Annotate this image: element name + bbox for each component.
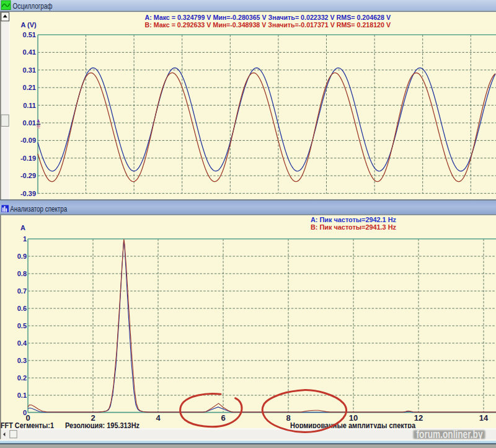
svg-text:forum.onliner.by: forum.onliner.by <box>417 428 483 441</box>
svg-text:Осциллограф: Осциллограф <box>13 1 53 11</box>
svg-text:14: 14 <box>479 413 489 423</box>
svg-text:0.41: 0.41 <box>23 48 36 56</box>
svg-text:B: Макс = 0.292633 V Мин=-0.: B: Макс = 0.292633 V Мин=-0.348938 V Зна… <box>145 21 391 29</box>
svg-text:0.6: 0.6 <box>17 305 27 312</box>
svg-text:A (V): A (V) <box>21 21 37 29</box>
svg-text:0.51: 0.51 <box>23 31 36 38</box>
svg-text:-0.09: -0.09 <box>20 137 36 144</box>
svg-text:0.5: 0.5 <box>17 322 27 329</box>
svg-text:0.8: 0.8 <box>17 270 27 277</box>
svg-text:0.01: 0.01 <box>23 119 36 127</box>
svg-text:A: Пик частоты=2942.1 Hz: A: Пик частоты=2942.1 Hz <box>311 216 396 223</box>
svg-text:0.31: 0.31 <box>23 66 36 74</box>
svg-text:A: A <box>20 224 25 231</box>
svg-text:1: 1 <box>23 235 27 243</box>
svg-text:A: Макс = 0.324799 V Мин=-0.: A: Макс = 0.324799 V Мин=-0.280365 V Зна… <box>145 14 391 21</box>
svg-text:0.1: 0.1 <box>17 392 27 399</box>
svg-text:0.11: 0.11 <box>23 102 36 109</box>
svg-text:0.4: 0.4 <box>17 339 27 347</box>
svg-text:4: 4 <box>156 413 161 423</box>
svg-text:Анализатор спектра: Анализатор спектра <box>10 204 68 213</box>
svg-text:0.21: 0.21 <box>23 84 36 91</box>
svg-text:-0.39: -0.39 <box>20 190 36 197</box>
svg-text:B: Пик частоты=2941.3 Hz: B: Пик частоты=2941.3 Hz <box>311 223 396 231</box>
svg-text:-0.19: -0.19 <box>20 155 36 162</box>
svg-text:-0.29: -0.29 <box>20 172 36 179</box>
svg-text:6: 6 <box>221 413 225 423</box>
svg-text:0.2: 0.2 <box>17 374 27 382</box>
svg-text:0.7: 0.7 <box>17 287 27 295</box>
svg-text:0.3: 0.3 <box>17 357 27 364</box>
svg-text:0.9: 0.9 <box>17 253 27 260</box>
